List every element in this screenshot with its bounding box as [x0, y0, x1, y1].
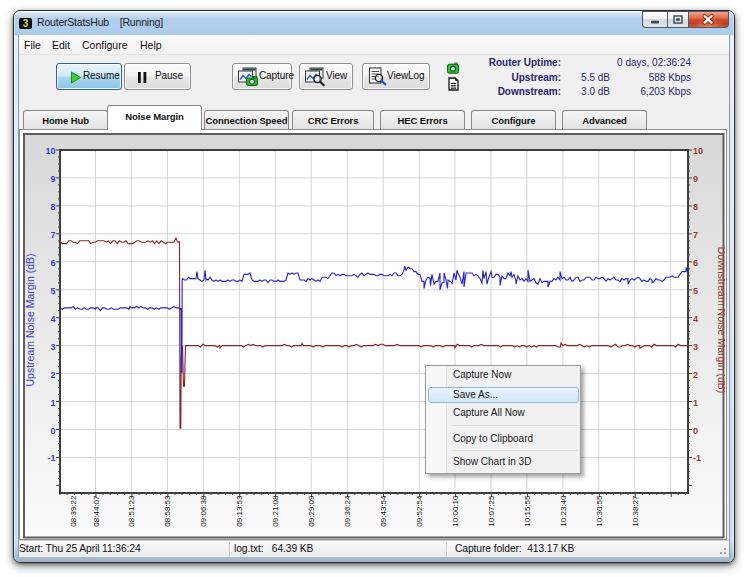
svg-text:6: 6	[50, 258, 55, 268]
svg-text:2: 2	[50, 370, 55, 380]
svg-text:0: 0	[50, 426, 55, 436]
svg-text:09:06:38: 09:06:38	[199, 495, 208, 527]
svg-text:Upstream Noise Margin (dB): Upstream Noise Margin (dB)	[24, 253, 36, 386]
svg-text:7: 7	[693, 230, 698, 240]
svg-text:3: 3	[50, 342, 55, 352]
svg-text:09:29:09: 09:29:09	[307, 495, 316, 527]
svg-text:9: 9	[693, 174, 698, 184]
svg-text:8: 8	[50, 202, 55, 212]
svg-text:9: 9	[50, 174, 55, 184]
svg-text:09:21:08: 09:21:08	[271, 495, 280, 527]
svg-text:0: 0	[693, 426, 698, 436]
svg-text:-1: -1	[47, 453, 55, 463]
svg-text:10:15:55: 10:15:55	[523, 495, 532, 527]
svg-text:09:43:54: 09:43:54	[379, 495, 388, 527]
svg-text:08:39:22: 08:39:22	[69, 495, 78, 527]
svg-text:09:52:54: 09:52:54	[415, 495, 424, 527]
svg-text:4: 4	[50, 314, 55, 324]
svg-text:10:00:10: 10:00:10	[451, 495, 460, 527]
svg-text:Downstream Noise Margin (dB): Downstream Noise Margin (dB)	[716, 247, 726, 393]
svg-text:-1: -1	[693, 453, 701, 463]
svg-text:10:38:27: 10:38:27	[631, 495, 640, 527]
svg-text:4: 4	[693, 314, 698, 324]
svg-text:08:44:07: 08:44:07	[92, 495, 101, 527]
svg-text:09:36:24: 09:36:24	[343, 495, 352, 527]
svg-text:5: 5	[50, 286, 55, 296]
svg-text:8: 8	[693, 202, 698, 212]
svg-text:5: 5	[693, 286, 698, 296]
svg-text:7: 7	[50, 230, 55, 240]
svg-text:1: 1	[50, 398, 55, 408]
svg-text:10: 10	[45, 146, 55, 156]
svg-text:10: 10	[693, 146, 703, 156]
svg-text:1: 1	[693, 398, 698, 408]
svg-text:08:51:23: 08:51:23	[127, 495, 136, 527]
svg-text:6: 6	[693, 258, 698, 268]
svg-text:10:30:55: 10:30:55	[595, 495, 604, 527]
svg-text:10:23:40: 10:23:40	[559, 495, 568, 527]
svg-text:3: 3	[693, 342, 698, 352]
svg-text:08:58:53: 08:58:53	[163, 495, 172, 527]
svg-text:10:07:25: 10:07:25	[487, 495, 496, 527]
svg-text:09:13:53: 09:13:53	[235, 495, 244, 527]
svg-text:2: 2	[693, 370, 698, 380]
